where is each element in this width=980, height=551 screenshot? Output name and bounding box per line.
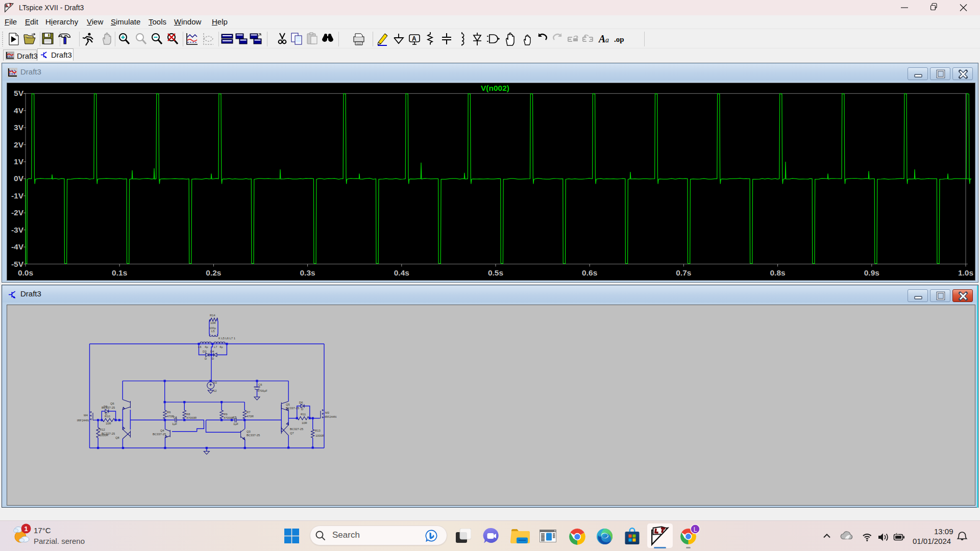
svg-text:-5V: -5V: [11, 260, 24, 268]
svg-text:R12: R12: [100, 428, 105, 431]
svg-text:470R: 470R: [247, 415, 254, 418]
svg-text:M3: M3: [325, 411, 329, 414]
svg-text:1: 1: [24, 525, 28, 533]
svg-text:R10: R10: [105, 415, 110, 418]
svg-text:10R: 10R: [210, 321, 216, 324]
svg-text:1000R: 1000R: [315, 434, 324, 437]
svg-text:0.2s: 0.2s: [206, 268, 221, 277]
svg-text:BC337-25: BC337-25: [286, 407, 299, 410]
svg-text:C6: C6: [258, 383, 262, 386]
svg-text:IRF244N: IRF244N: [77, 419, 89, 422]
svg-text:L7: L7: [214, 345, 217, 348]
svg-text:0.9s: 0.9s: [864, 268, 879, 277]
svg-text:M4: M4: [84, 414, 88, 417]
svg-text:4µ: 4µ: [219, 345, 223, 348]
svg-text:.op: .op: [614, 35, 624, 43]
svg-text:R13: R13: [315, 429, 321, 432]
svg-text:47000R: 47000R: [186, 416, 197, 419]
svg-text:10R: 10R: [302, 421, 307, 424]
svg-text:R8: R8: [186, 413, 190, 416]
svg-text:D3: D3: [203, 350, 206, 353]
svg-text:2V: 2V: [14, 140, 24, 149]
svg-text:4V: 4V: [14, 106, 24, 115]
svg-text:Q6: Q6: [110, 402, 114, 405]
svg-text:1.0s: 1.0s: [958, 268, 973, 277]
svg-text:0.3s: 0.3s: [300, 268, 315, 277]
svg-text:D5: D5: [104, 405, 107, 408]
svg-text:R14: R14: [210, 314, 215, 317]
svg-text:C4: C4: [173, 416, 177, 419]
svg-text:A: A: [412, 35, 416, 42]
svg-text:0.5s: 0.5s: [488, 268, 503, 277]
svg-text:V(n002): V(n002): [481, 84, 509, 92]
svg-text:BC327-25: BC327-25: [290, 428, 303, 431]
svg-text:0V: 0V: [14, 174, 24, 183]
svg-text:0.4s: 0.4s: [394, 268, 409, 277]
svg-text:a: a: [605, 36, 609, 44]
svg-text:R11: R11: [301, 413, 306, 416]
svg-text:D6: D6: [299, 401, 303, 404]
svg-text:K L5 L6 L7 1: K L5 L6 L7 1: [218, 337, 235, 340]
svg-text:-3V: -3V: [11, 226, 24, 234]
svg-text:-4V: -4V: [11, 242, 24, 251]
svg-text:R7: R7: [247, 411, 250, 414]
svg-text:R9: R9: [224, 413, 227, 416]
svg-text:C5: C5: [233, 416, 236, 419]
svg-text:-1V: -1V: [11, 191, 24, 200]
svg-text:5V: 5V: [14, 89, 24, 97]
svg-text:10R: 10R: [106, 422, 111, 425]
svg-text:Q5: Q5: [286, 403, 290, 406]
svg-text:12: 12: [213, 389, 216, 392]
svg-text:L: L: [694, 526, 697, 533]
svg-text:-2V: -2V: [11, 208, 24, 217]
svg-text:L5: L5: [211, 330, 214, 333]
svg-text:D: D: [205, 357, 207, 360]
svg-text:0.8s: 0.8s: [770, 268, 786, 277]
svg-text:1V: 1V: [14, 157, 24, 166]
svg-text:0.7s: 0.7s: [676, 268, 691, 277]
svg-text:D4: D4: [210, 350, 214, 353]
svg-text:Q4: Q4: [160, 429, 165, 432]
svg-text:V2: V2: [213, 381, 217, 384]
svg-text:BC337-25: BC337-25: [153, 433, 166, 436]
svg-text:Q3: Q3: [247, 430, 251, 433]
svg-text:D: D: [301, 408, 303, 411]
svg-text:L6: L6: [198, 345, 201, 348]
svg-text:R6: R6: [167, 411, 170, 414]
svg-text:BC337-25: BC337-25: [247, 434, 260, 437]
svg-text:0.0s: 0.0s: [18, 268, 33, 277]
svg-text:0.1s: 0.1s: [112, 268, 127, 277]
svg-text:D: D: [212, 357, 214, 360]
svg-text:Q8: Q8: [115, 436, 119, 439]
svg-text:3V: 3V: [14, 123, 24, 132]
svg-text:1000R: 1000R: [100, 434, 108, 437]
svg-text:IRF244N: IRF244N: [325, 415, 336, 418]
svg-text:4700µF: 4700µF: [257, 389, 267, 392]
svg-text:1µF: 1µF: [233, 422, 239, 425]
svg-text:1µF: 1µF: [172, 422, 178, 425]
svg-text:0.6s: 0.6s: [582, 268, 597, 277]
svg-text:A: A: [598, 33, 605, 44]
svg-text:4µ: 4µ: [205, 345, 208, 348]
svg-text:Q7: Q7: [290, 432, 294, 435]
